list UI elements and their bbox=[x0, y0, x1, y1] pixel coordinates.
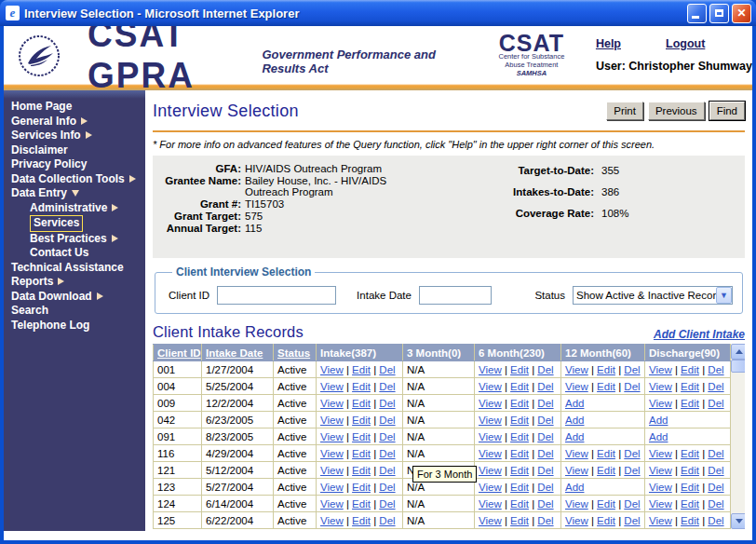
del-link[interactable]: Del bbox=[708, 482, 723, 493]
add-link[interactable]: Add bbox=[649, 415, 668, 426]
edit-link[interactable]: Edit bbox=[681, 381, 699, 392]
del-link[interactable]: Del bbox=[537, 498, 553, 510]
column-header-intake-date[interactable]: Intake Date bbox=[202, 345, 274, 361]
view-link[interactable]: View bbox=[320, 364, 344, 375]
find-button[interactable]: Find bbox=[709, 102, 745, 120]
view-link[interactable]: View bbox=[320, 431, 344, 442]
view-link[interactable]: View bbox=[479, 381, 502, 392]
edit-link[interactable]: Edit bbox=[510, 515, 529, 526]
view-link[interactable]: View bbox=[479, 465, 502, 476]
edit-link[interactable]: Edit bbox=[681, 364, 699, 375]
del-link[interactable]: Del bbox=[624, 381, 640, 392]
sidebar-item-data-collection-tools[interactable]: Data Collection Tools bbox=[4, 172, 145, 187]
sidebar-item-data-entry[interactable]: Data Entry bbox=[4, 186, 145, 201]
view-link[interactable]: View bbox=[565, 498, 588, 510]
view-link[interactable]: View bbox=[565, 381, 588, 392]
sidebar-item-privacy-policy[interactable]: Privacy Policy bbox=[4, 157, 145, 172]
edit-link[interactable]: Edit bbox=[597, 381, 615, 392]
add-link[interactable]: Add bbox=[649, 431, 668, 442]
edit-link[interactable]: Edit bbox=[352, 498, 371, 510]
del-link[interactable]: Del bbox=[537, 465, 553, 476]
del-link[interactable]: Del bbox=[379, 482, 395, 493]
table-scrollbar[interactable] bbox=[731, 344, 745, 529]
edit-link[interactable]: Edit bbox=[681, 398, 699, 409]
sidebar-item-services[interactable]: Services bbox=[4, 215, 145, 232]
del-link[interactable]: Del bbox=[379, 465, 395, 476]
edit-link[interactable]: Edit bbox=[597, 515, 615, 526]
view-link[interactable]: View bbox=[479, 415, 502, 426]
minimize-button[interactable] bbox=[687, 4, 707, 23]
edit-link[interactable]: Edit bbox=[510, 482, 529, 493]
del-link[interactable]: Del bbox=[708, 364, 723, 375]
status-select[interactable]: Show Active & Inactive Records ▼ bbox=[573, 286, 733, 305]
add-link[interactable]: Add bbox=[565, 415, 584, 426]
sidebar-item-services-info[interactable]: Services Info bbox=[4, 129, 145, 143]
view-link[interactable]: View bbox=[320, 415, 344, 426]
edit-link[interactable]: Edit bbox=[597, 364, 615, 375]
add-link[interactable]: Add bbox=[565, 431, 584, 442]
edit-link[interactable]: Edit bbox=[681, 448, 699, 459]
del-link[interactable]: Del bbox=[708, 498, 723, 510]
view-link[interactable]: View bbox=[649, 381, 672, 392]
sidebar-item-technical-assistance[interactable]: Technical Assistance bbox=[4, 261, 145, 276]
view-link[interactable]: View bbox=[479, 364, 502, 375]
view-link[interactable]: View bbox=[479, 515, 502, 526]
sidebar-item-telephone-log[interactable]: Telephone Log bbox=[4, 319, 145, 333]
edit-link[interactable]: Edit bbox=[510, 415, 529, 426]
edit-link[interactable]: Edit bbox=[352, 364, 371, 375]
del-link[interactable]: Del bbox=[379, 515, 395, 526]
edit-link[interactable]: Edit bbox=[597, 465, 615, 476]
del-link[interactable]: Del bbox=[379, 498, 395, 510]
sidebar-item-search[interactable]: Search bbox=[4, 304, 145, 319]
sidebar-item-contact-us[interactable]: Contact Us bbox=[4, 246, 145, 261]
view-link[interactable]: View bbox=[565, 465, 588, 476]
del-link[interactable]: Del bbox=[379, 381, 395, 392]
view-link[interactable]: View bbox=[320, 398, 344, 409]
view-link[interactable]: View bbox=[479, 482, 502, 493]
del-link[interactable]: Del bbox=[537, 448, 553, 459]
edit-link[interactable]: Edit bbox=[510, 448, 529, 459]
view-link[interactable]: View bbox=[649, 448, 672, 459]
del-link[interactable]: Del bbox=[708, 465, 723, 476]
edit-link[interactable]: Edit bbox=[510, 465, 529, 476]
edit-link[interactable]: Edit bbox=[510, 398, 529, 409]
view-link[interactable]: View bbox=[320, 381, 344, 392]
edit-link[interactable]: Edit bbox=[510, 364, 529, 375]
del-link[interactable]: Del bbox=[708, 398, 723, 409]
edit-link[interactable]: Edit bbox=[597, 448, 615, 459]
del-link[interactable]: Del bbox=[624, 515, 640, 526]
edit-link[interactable]: Edit bbox=[681, 482, 699, 493]
scroll-thumb[interactable] bbox=[731, 360, 745, 373]
add-link[interactable]: Add bbox=[565, 482, 584, 493]
del-link[interactable]: Del bbox=[537, 431, 553, 442]
edit-link[interactable]: Edit bbox=[352, 465, 371, 476]
del-link[interactable]: Del bbox=[537, 364, 553, 375]
del-link[interactable]: Del bbox=[537, 482, 553, 493]
view-link[interactable]: View bbox=[649, 364, 672, 375]
edit-link[interactable]: Edit bbox=[510, 498, 529, 510]
edit-link[interactable]: Edit bbox=[681, 498, 699, 510]
del-link[interactable]: Del bbox=[708, 515, 723, 526]
view-link[interactable]: View bbox=[565, 515, 588, 526]
view-link[interactable]: View bbox=[649, 498, 672, 510]
sidebar-item-reports[interactable]: Reports bbox=[4, 275, 145, 290]
print-button[interactable]: Print bbox=[606, 102, 643, 120]
help-link[interactable]: Help bbox=[596, 37, 621, 50]
edit-link[interactable]: Edit bbox=[352, 381, 371, 392]
client-id-input[interactable] bbox=[217, 286, 336, 305]
view-link[interactable]: View bbox=[649, 515, 672, 526]
view-link[interactable]: View bbox=[479, 498, 502, 510]
edit-link[interactable]: Edit bbox=[352, 482, 371, 493]
del-link[interactable]: Del bbox=[708, 448, 723, 459]
del-link[interactable]: Del bbox=[537, 415, 553, 426]
del-link[interactable]: Del bbox=[537, 398, 553, 409]
view-link[interactable]: View bbox=[565, 448, 588, 459]
chevron-down-icon[interactable]: ▼ bbox=[716, 287, 732, 304]
edit-link[interactable]: Edit bbox=[352, 398, 371, 409]
view-link[interactable]: View bbox=[320, 482, 344, 493]
del-link[interactable]: Del bbox=[624, 498, 640, 510]
view-link[interactable]: View bbox=[565, 364, 588, 375]
view-link[interactable]: View bbox=[479, 431, 502, 442]
del-link[interactable]: Del bbox=[379, 364, 395, 375]
view-link[interactable]: View bbox=[320, 515, 344, 526]
